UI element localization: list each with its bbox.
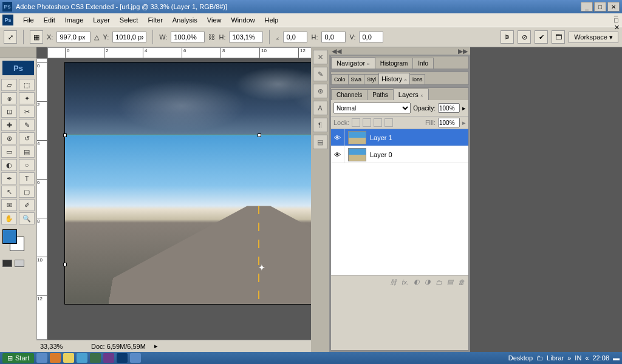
folder-icon[interactable]: 🗀 bbox=[536, 354, 543, 362]
menu-image[interactable]: Image bbox=[60, 16, 89, 24]
brush-tool[interactable]: ✎ bbox=[19, 119, 35, 131]
layer-name[interactable]: Layer 0 bbox=[370, 151, 392, 158]
transform-bounds[interactable] bbox=[65, 135, 329, 135]
layer-mask-icon[interactable]: ◐ bbox=[414, 278, 420, 286]
document-canvas[interactable]: ✦ bbox=[64, 62, 329, 305]
x-input[interactable] bbox=[56, 32, 91, 42]
history-brush-tool[interactable]: ↺ bbox=[19, 132, 35, 144]
transform-handle-center[interactable] bbox=[258, 133, 261, 137]
tab-paths[interactable]: Paths bbox=[367, 89, 394, 100]
taskbar-app-6[interactable] bbox=[103, 353, 114, 363]
h-input[interactable] bbox=[229, 32, 263, 42]
maximize-button[interactable]: □ bbox=[594, 2, 606, 12]
pen-tool[interactable]: ✒ bbox=[1, 172, 17, 184]
vskew-input[interactable] bbox=[359, 32, 383, 42]
layer-thumbnail[interactable] bbox=[348, 131, 366, 144]
doc-maximize-button[interactable]: □ bbox=[614, 16, 620, 24]
lasso-tool[interactable]: ⱷ bbox=[1, 92, 17, 104]
type-tool[interactable]: T bbox=[19, 172, 35, 184]
tab-layers[interactable]: Layers× bbox=[393, 89, 429, 100]
menu-select[interactable]: Select bbox=[115, 16, 143, 24]
statusbar-arrow-icon[interactable]: ▸ bbox=[154, 342, 158, 350]
menu-analysis[interactable]: Analysis bbox=[168, 16, 202, 24]
heal-tool[interactable]: ✚ bbox=[1, 119, 17, 131]
stamp-tool[interactable]: ⊛ bbox=[1, 132, 17, 144]
commit-transform-icon[interactable]: ✔ bbox=[535, 30, 548, 44]
zoom-tool[interactable]: 🔍 bbox=[19, 212, 35, 224]
lock-all-icon[interactable] bbox=[384, 118, 393, 127]
notes-tool[interactable]: ✉ bbox=[1, 199, 17, 211]
hskew-input[interactable] bbox=[321, 32, 346, 42]
layer-row[interactable]: 👁 Layer 0 bbox=[331, 146, 468, 163]
tray-expand-icon[interactable]: « bbox=[585, 354, 589, 362]
workspace-dropdown[interactable]: Workspace ▾ bbox=[569, 32, 618, 43]
transform-tool-icon[interactable]: ⤢ bbox=[4, 30, 17, 44]
angle-input[interactable] bbox=[283, 32, 307, 42]
tool-presets-icon[interactable]: ✕ bbox=[313, 50, 327, 64]
new-layer-icon[interactable]: ▤ bbox=[447, 278, 453, 286]
paragraph-icon[interactable]: ¶ bbox=[313, 118, 327, 132]
opacity-input[interactable] bbox=[438, 103, 460, 113]
taskbar-app-4[interactable] bbox=[77, 353, 87, 363]
quick-mask-icon[interactable] bbox=[2, 260, 12, 267]
taskbar-app-5[interactable] bbox=[90, 353, 101, 363]
marquee-tool[interactable]: ⬚ bbox=[19, 79, 35, 91]
blend-mode-select[interactable]: Normal bbox=[333, 103, 411, 113]
viewport[interactable]: ✦ bbox=[47, 58, 329, 340]
taskbar-app-3[interactable] bbox=[63, 353, 74, 363]
character-icon[interactable]: A bbox=[313, 101, 327, 115]
tab-histogram[interactable]: Histogram bbox=[375, 58, 414, 69]
minimize-button[interactable]: _ bbox=[581, 2, 593, 12]
layer-thumbnail[interactable] bbox=[348, 148, 366, 161]
taskbar-app-1[interactable] bbox=[36, 353, 47, 363]
close-icon[interactable]: × bbox=[420, 93, 423, 98]
opacity-flyout-icon[interactable]: ▸ bbox=[462, 104, 466, 112]
tab-color[interactable]: Colo bbox=[331, 74, 349, 84]
clone-source-icon[interactable]: ⊛ bbox=[313, 84, 327, 98]
reference-point-icon[interactable]: ▦ bbox=[30, 30, 43, 44]
wand-tool[interactable]: ✦ bbox=[19, 92, 35, 104]
tab-channels[interactable]: Channels bbox=[331, 89, 367, 100]
panel-dock-header[interactable]: ◀◀▶▶ bbox=[329, 47, 470, 55]
dodge-tool[interactable]: ○ bbox=[19, 159, 35, 171]
adjustment-layer-icon[interactable]: ◑ bbox=[425, 278, 431, 286]
tray-icon[interactable]: ▬ bbox=[613, 354, 620, 362]
start-button[interactable]: ⊞ Start bbox=[2, 353, 34, 363]
transform-handle-bl[interactable] bbox=[63, 263, 67, 266]
menu-view[interactable]: View bbox=[202, 16, 227, 24]
y-input[interactable] bbox=[112, 32, 146, 42]
hand-tool[interactable]: ✋ bbox=[1, 212, 17, 224]
tab-actions[interactable]: ions bbox=[409, 74, 426, 84]
screen-mode-icon[interactable] bbox=[15, 260, 24, 267]
toolbox-icon[interactable]: 🗔 bbox=[552, 30, 565, 44]
blur-tool[interactable]: ◐ bbox=[1, 159, 17, 171]
doc-minimize-button[interactable]: _ bbox=[614, 9, 620, 16]
layer-row[interactable]: 👁 Layer 1 bbox=[331, 129, 468, 146]
lock-paint-icon[interactable] bbox=[363, 118, 371, 127]
ruler-vertical[interactable]: 0 2 4 6 8 10 12 bbox=[36, 58, 47, 340]
close-icon[interactable]: × bbox=[404, 77, 407, 83]
ruler-horizontal[interactable]: 0 2 4 6 8 10 12 14 16 18 bbox=[47, 47, 329, 58]
link-layers-icon[interactable]: ⛓ bbox=[390, 278, 397, 286]
shape-tool[interactable]: ▢ bbox=[19, 186, 35, 198]
menu-edit[interactable]: Edit bbox=[39, 16, 60, 24]
slice-tool[interactable]: ✂ bbox=[19, 106, 35, 118]
menu-layer[interactable]: Layer bbox=[88, 16, 115, 24]
layer-fx-icon[interactable]: fx. bbox=[402, 278, 409, 286]
crop-tool[interactable]: ⊡ bbox=[1, 106, 17, 118]
move-tool[interactable]: ▱ bbox=[1, 79, 17, 91]
tray-library[interactable]: Librar bbox=[547, 354, 564, 362]
close-icon[interactable]: × bbox=[367, 61, 370, 67]
tray-more[interactable]: » bbox=[567, 354, 571, 362]
lock-transparency-icon[interactable] bbox=[352, 118, 360, 127]
gradient-tool[interactable]: ▤ bbox=[19, 146, 35, 158]
menu-file[interactable]: File bbox=[18, 16, 39, 24]
transform-handle-left[interactable] bbox=[63, 133, 67, 137]
transform-center-icon[interactable]: ✦ bbox=[258, 263, 265, 272]
eyedropper-tool[interactable]: ✐ bbox=[19, 199, 35, 211]
lock-position-icon[interactable] bbox=[374, 118, 382, 127]
path-tool[interactable]: ↖ bbox=[1, 186, 17, 198]
zoom-level[interactable]: 33,33% bbox=[40, 343, 83, 350]
foreground-color[interactable] bbox=[2, 229, 17, 244]
taskbar-photoshop[interactable] bbox=[117, 353, 128, 363]
